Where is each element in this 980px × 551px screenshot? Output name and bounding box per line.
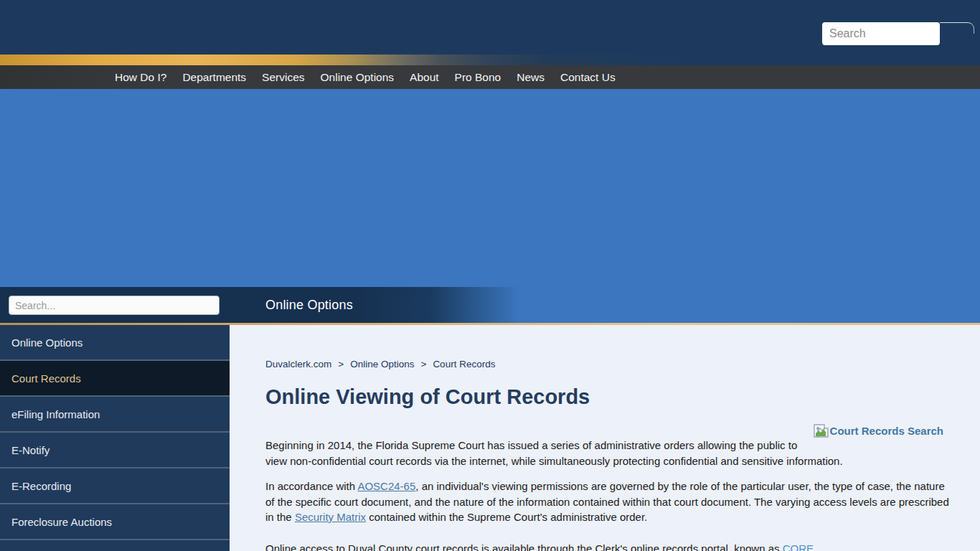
nav-item-news[interactable]: News — [509, 65, 552, 89]
breadcrumb: Duvalclerk.com>Online Options>Court Reco… — [265, 359, 951, 369]
broken-image-icon — [814, 424, 829, 438]
link-security-matrix[interactable]: Security Matrix — [295, 511, 366, 523]
breadcrumb-item-online-options[interactable]: Online Options — [350, 359, 414, 369]
sidebar-item-court-records[interactable]: Court Records — [0, 361, 230, 397]
body-paragraph-2: In accordance with AOSC24-65, an individ… — [265, 479, 951, 525]
nav-item-pro-bono[interactable]: Pro Bono — [447, 65, 509, 89]
link-core[interactable]: CORE — [783, 542, 814, 551]
page: How Do I?DepartmentsServicesOnline Optio… — [0, 0, 980, 551]
sidebar-search-input[interactable] — [9, 296, 220, 315]
main-nav: How Do I?DepartmentsServicesOnline Optio… — [0, 65, 980, 89]
breadcrumb-item-duvalclerk-com[interactable]: Duvalclerk.com — [265, 359, 331, 369]
sidebar-menu: Online OptionsCourt RecordseFiling Infor… — [0, 325, 230, 551]
sidebar-item-efiling-information[interactable]: eFiling Information — [0, 397, 230, 433]
breadcrumb-item-court-records[interactable]: Court Records — [433, 359, 495, 369]
body-paragraph-1: Beginning in 2014, the Florida Supreme C… — [265, 438, 951, 468]
section-banner: Online Options — [0, 287, 980, 323]
nav-item-departments[interactable]: Departments — [174, 65, 254, 89]
broken-image-placeholder[interactable]: Court Records Search — [807, 421, 943, 440]
page-title: Online Viewing of Court Records — [265, 385, 951, 409]
breadcrumb-separator: > — [338, 359, 344, 369]
sidebar-item-foreclosure-auctions[interactable]: Foreclosure Auctions — [0, 504, 230, 540]
nav-item-how-do-i[interactable]: How Do I? — [107, 65, 174, 89]
sidebar-item-e-recording[interactable]: E-Recording — [0, 468, 230, 504]
nav-item-about[interactable]: About — [402, 65, 447, 89]
nav-item-services[interactable]: Services — [254, 65, 312, 89]
nav-item-contact-us[interactable]: Contact Us — [552, 65, 623, 89]
header-search-input[interactable] — [822, 22, 940, 45]
breadcrumb-separator: > — [420, 359, 426, 369]
nav-item-online-options[interactable]: Online Options — [313, 65, 402, 89]
sidebar-item-e-notify[interactable]: E-Notify — [0, 433, 230, 468]
gold-accent-stripe — [0, 55, 980, 65]
section-title: Online Options — [265, 287, 353, 323]
top-header — [0, 0, 980, 55]
broken-image-alt-text: Court Records Search — [830, 425, 943, 437]
content-area: Duvalclerk.com>Online Options>Court Reco… — [230, 325, 980, 551]
link-aosc24-65[interactable]: AOSC24-65 — [357, 480, 415, 492]
header-search-button[interactable] — [940, 22, 974, 34]
body-paragraph-3: Online access to Duval County court reco… — [265, 541, 951, 551]
sidebar-item-online-options[interactable]: Online Options — [0, 325, 230, 361]
content-paragraphs: Beginning in 2014, the Florida Supreme C… — [265, 438, 951, 551]
